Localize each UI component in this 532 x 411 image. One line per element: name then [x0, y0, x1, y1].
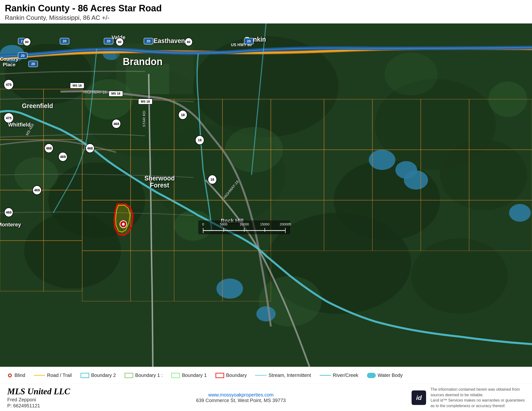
river-label: River/Creek: [333, 373, 358, 378]
svg-point-26: [216, 278, 243, 299]
svg-text:18: 18: [181, 113, 185, 117]
page-subtitle: Rankin County, Mississippi, 86 AC +/-: [5, 14, 527, 21]
svg-text:18: 18: [210, 178, 214, 182]
boundary2-icon: [81, 373, 89, 378]
svg-text:MS 18: MS 18: [141, 99, 150, 103]
svg-text:475: 475: [6, 116, 11, 120]
svg-text:80: 80: [187, 40, 190, 44]
svg-text:HIGHWAY-18: HIGHWAY-18: [83, 90, 107, 94]
svg-text:Whitfield: Whitfield: [8, 121, 31, 128]
svg-text:Greenfield: Greenfield: [22, 102, 53, 110]
svg-text:468: 468: [87, 146, 93, 150]
svg-text:Country: Country: [0, 56, 19, 62]
svg-rect-29: [126, 64, 169, 94]
svg-text:Monterey: Monterey: [0, 222, 21, 228]
page-container: Rankin County - 86 Acres Star Road Ranki…: [0, 0, 532, 411]
legend-boundary1c: Boundary 1 :: [124, 373, 162, 378]
phone: P: 6624951121: [7, 403, 70, 409]
svg-text:475: 475: [6, 83, 11, 86]
legend-road: Road / Trail: [34, 373, 72, 378]
svg-text:20: 20: [247, 39, 251, 43]
svg-text:Easthaven: Easthaven: [153, 37, 185, 45]
boundary-label: Boundary: [226, 373, 247, 378]
blind-label: Blind: [15, 373, 25, 378]
legend-blind: Blind: [7, 373, 25, 378]
legend-stream: Stream, Intermittent: [255, 373, 311, 378]
svg-text:20: 20: [31, 62, 35, 66]
svg-text:Brandon: Brandon: [123, 56, 162, 67]
svg-text:80: 80: [25, 40, 28, 44]
svg-text:MS 18: MS 18: [73, 84, 82, 87]
svg-point-12: [411, 238, 508, 314]
legend: Blind Road / Trail Boundary 2 Boundary 1…: [0, 367, 532, 384]
boundary1c-icon: [124, 373, 133, 378]
legend-boundary2: Boundary 2: [81, 373, 116, 378]
blind-icon: [7, 373, 13, 378]
phone-number: 6624951121: [13, 403, 40, 408]
boundary2-label: Boundary 2: [91, 373, 116, 378]
svg-text:Forest: Forest: [150, 182, 169, 189]
svg-point-17: [384, 52, 438, 95]
legend-river: River/Creek: [320, 373, 358, 378]
address: 639 Commerce St, West Point, MS 39773: [196, 398, 286, 403]
svg-text:469: 469: [60, 155, 66, 159]
page-title: Rankin County - 86 Acres Star Road: [5, 3, 527, 14]
svg-text:20: 20: [63, 39, 66, 43]
map-svg: Brandon Easthaven Rankin Greenfield Whit…: [0, 23, 532, 367]
svg-text:20: 20: [107, 39, 111, 43]
svg-point-72: [122, 223, 125, 226]
map-background: Brandon Easthaven Rankin Greenfield Whit…: [0, 23, 532, 367]
legend-boundary1: Boundary 1: [171, 373, 207, 378]
mls-logo: MLS United LLC: [7, 387, 70, 396]
boundary-icon: [216, 373, 224, 378]
svg-text:20000ft: 20000ft: [280, 222, 291, 226]
svg-point-151: [9, 374, 11, 376]
website[interactable]: www.mossyoakproperties.com: [196, 392, 286, 398]
legend-boundary: Boundary: [216, 373, 247, 378]
disclaimer-line4: as to the completeness or accuracy there…: [430, 403, 525, 409]
svg-text:10000: 10000: [240, 222, 249, 226]
phone-label: P:: [7, 403, 12, 408]
header: Rankin County - 86 Acres Star Road Ranki…: [0, 0, 532, 23]
disclaimer-line2: sources deemed to be reliable.: [430, 392, 525, 398]
legend-waterbody: Water Body: [367, 373, 403, 378]
disclaimer-line3: Land id™ Services makes no warranties or…: [430, 398, 525, 403]
svg-text:469: 469: [6, 210, 11, 214]
svg-point-23: [509, 204, 531, 222]
footer-center: www.mossyoakproperties.com 639 Commerce …: [196, 392, 286, 403]
svg-text:0: 0: [202, 222, 204, 226]
svg-text:80: 80: [118, 40, 121, 44]
svg-point-25: [256, 306, 276, 322]
svg-text:18: 18: [198, 138, 202, 142]
svg-text:469: 469: [34, 188, 40, 192]
disclaimer: The information contained herein was obt…: [430, 387, 525, 409]
svg-text:15000: 15000: [260, 222, 270, 226]
svg-text:20: 20: [21, 53, 25, 57]
svg-text:MS 18: MS 18: [111, 92, 120, 95]
svg-text:5000: 5000: [220, 222, 227, 226]
road-label: Road / Trail: [47, 373, 72, 378]
svg-text:468: 468: [46, 146, 51, 150]
svg-text:20: 20: [147, 39, 150, 43]
road-icon: [34, 375, 45, 376]
boundary1-icon: [171, 373, 180, 378]
waterbody-icon: [367, 373, 376, 378]
agent-name: Fred Zepponi: [7, 397, 70, 402]
svg-text:Place: Place: [3, 62, 16, 67]
id-logo: id: [412, 391, 426, 405]
svg-text:468: 468: [114, 122, 119, 125]
svg-text:STAR RD: STAR RD: [142, 111, 146, 127]
svg-point-8: [440, 140, 527, 210]
boundary1c-label: Boundary 1 :: [135, 373, 162, 378]
footer: MLS United LLC Fred Zepponi P: 662495112…: [0, 384, 532, 411]
waterbody-label: Water Body: [378, 373, 403, 378]
disclaimer-line1: The information contained herein was obt…: [430, 387, 525, 392]
river-icon: [320, 375, 331, 376]
map-container: Brandon Easthaven Rankin Greenfield Whit…: [0, 23, 532, 367]
footer-right: id The information contained herein was …: [412, 387, 525, 409]
stream-icon: [255, 375, 266, 376]
stream-label: Stream, Intermittent: [268, 373, 311, 378]
boundary1-label: Boundary 1: [182, 373, 207, 378]
svg-text:Sherwood: Sherwood: [144, 175, 175, 182]
footer-left: MLS United LLC Fred Zepponi P: 662495112…: [7, 387, 70, 409]
